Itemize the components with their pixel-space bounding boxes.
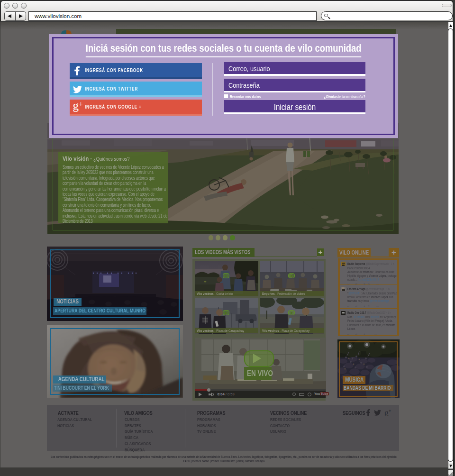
svg-text:+: +: [389, 409, 391, 413]
svg-text:g: g: [384, 409, 389, 416]
